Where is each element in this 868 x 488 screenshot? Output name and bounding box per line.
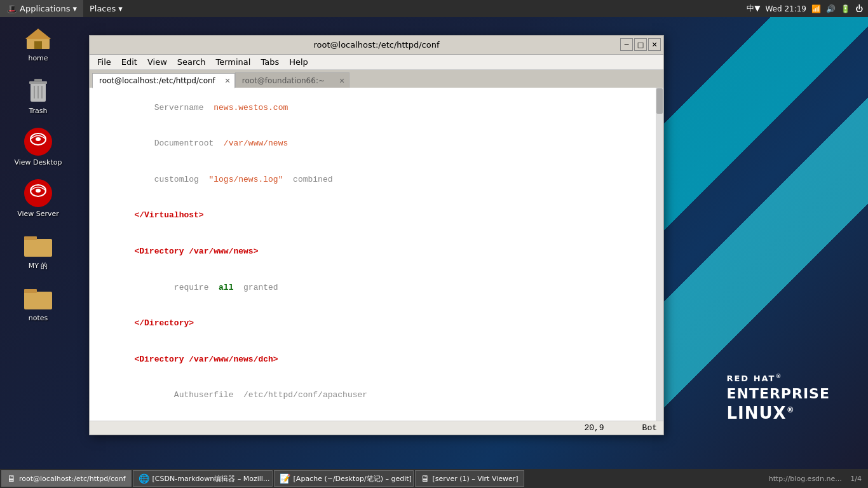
desktop-icon-view-server[interactable]: View Server — [13, 178, 64, 218]
svg-point-14 — [36, 189, 41, 193]
term-line-4: </Virtualhost> — [95, 198, 658, 234]
trash-icon — [23, 75, 53, 105]
home-icon — [23, 22, 53, 53]
tab-active-close[interactable]: ✕ — [225, 77, 231, 85]
editor-mode: Bot — [642, 423, 657, 433]
term-line-9: Authuserfile /etc/httpd/conf/apachuser — [95, 377, 658, 414]
desktop-icon-notes[interactable]: notes — [13, 282, 64, 322]
taskbar: 🖥 root@localhost:/etc/httpd/conf 🌐 [CSDN… — [0, 469, 868, 488]
desktop-icon-my[interactable]: MY 的 — [13, 229, 64, 271]
trash-label: Trash — [29, 107, 47, 115]
terminal-window: root@localhost:/etc/httpd/conf ─ □ ✕ Fil… — [89, 35, 664, 435]
view-desktop-icon — [23, 126, 53, 157]
applications-label: Applications — [20, 4, 70, 13]
taskbar-viewer-icon: 🖥 — [421, 473, 430, 484]
term-line-8: <Directory /var/www/news/dch> — [95, 342, 658, 378]
taskbar-editor-label: [Apache (~/Desktop/笔记) – gedit] — [294, 474, 412, 484]
view-server-label: View Server — [17, 210, 59, 218]
taskbar-page: 1/4 — [850, 475, 862, 483]
term-line-2: Documentroot /var/www/news — [95, 126, 658, 163]
desktop-icon-view-desktop[interactable]: View Desktop — [13, 126, 64, 166]
tab-inactive-label: root@foundation66:~ — [242, 76, 325, 85]
taskbar-browser-icon: 🌐 — [139, 473, 149, 484]
term-line-1: Servername news.westos.com — [95, 90, 658, 126]
taskbar-item-viewer[interactable]: 🖥 [server (1) – Virt Viewer] — [415, 470, 524, 487]
scroll-thumb[interactable] — [656, 88, 663, 114]
tabs-bar: root@localhost:/etc/httpd/conf ✕ root@fo… — [90, 70, 663, 88]
term-line-6: require all granted — [95, 270, 658, 306]
menu-search[interactable]: Search — [172, 56, 211, 68]
svg-rect-16 — [24, 236, 37, 240]
volume-icon: 🔊 — [826, 4, 836, 13]
menu-file[interactable]: File — [92, 56, 116, 68]
top-panel: 🎩 Applications ▾ Places ▾ 中▼ Wed 21:19 📶… — [0, 0, 868, 17]
battery-icon: 🔋 — [841, 4, 850, 13]
notes-label: notes — [29, 314, 48, 322]
menu-tabs[interactable]: Tabs — [255, 56, 284, 68]
tab-active[interactable]: root@localhost:/etc/httpd/conf ✕ — [92, 73, 235, 88]
power-icon[interactable]: ⏻ — [855, 4, 863, 13]
terminal-content[interactable]: Servername news.westos.com Documentroot … — [90, 88, 663, 421]
minimize-button[interactable]: ─ — [620, 38, 633, 51]
places-arrow: ▾ — [118, 4, 123, 13]
menu-edit[interactable]: Edit — [116, 56, 142, 68]
menu-view[interactable]: View — [142, 56, 172, 68]
desktop: 🎩 Applications ▾ Places ▾ 中▼ Wed 21:19 📶… — [0, 0, 868, 488]
redhat-branding: RED HAT® ENTERPRISE LINUX® — [726, 373, 830, 424]
desktop-icons: home Trash — [13, 22, 64, 322]
maximize-button[interactable]: □ — [634, 38, 647, 51]
term-line-5: <Directory /var/www/news> — [95, 234, 658, 270]
svg-rect-15 — [24, 239, 52, 257]
applications-arrow: ▾ — [72, 4, 77, 13]
places-menu[interactable]: Places ▾ — [83, 0, 129, 17]
view-server-icon — [23, 178, 53, 208]
my-folder-icon — [23, 229, 53, 260]
menu-terminal[interactable]: Terminal — [210, 56, 255, 68]
taskbar-viewer-label: [server (1) – Virt Viewer] — [433, 475, 519, 483]
view-desktop-label: View Desktop — [15, 158, 62, 166]
notes-folder-icon — [23, 282, 53, 313]
tab-active-label: root@localhost:/etc/httpd/conf — [99, 76, 215, 85]
term-line-10: Authname "Please enter the passwd" — [95, 414, 658, 421]
taskbar-browser-label: [CSDN-markdown编辑器 – Mozill... — [153, 474, 270, 484]
window-title: root@localhost:/etc/httpd/conf — [313, 40, 439, 50]
taskbar-terminal-icon: 🖥 — [7, 473, 16, 484]
terminal-titlebar: root@localhost:/etc/httpd/conf ─ □ ✕ — [90, 36, 663, 55]
scrollbar[interactable] — [656, 88, 663, 421]
svg-marker-1 — [25, 29, 51, 39]
places-label: Places — [90, 4, 116, 13]
taskbar-item-terminal[interactable]: 🖥 root@localhost:/etc/httpd/conf — [1, 470, 132, 487]
desktop-icon-home[interactable]: home — [13, 22, 64, 62]
taskbar-url: http://blog.esdn.ne... — [769, 475, 842, 483]
term-line-3: customlog "logs/news.log" combined — [95, 162, 658, 198]
taskbar-item-editor[interactable]: 📝 [Apache (~/Desktop/笔记) – gedit] — [274, 470, 414, 487]
svg-point-11 — [36, 137, 41, 141]
tab-inactive[interactable]: root@foundation66:~ ✕ — [235, 72, 349, 88]
my-label: MY 的 — [29, 261, 48, 271]
desktop-icon-trash[interactable]: Trash — [13, 75, 64, 115]
applications-menu[interactable]: 🎩 Applications ▾ — [0, 0, 83, 17]
svg-rect-5 — [34, 79, 42, 82]
window-controls: ─ □ ✕ — [620, 38, 661, 51]
svg-rect-17 — [24, 292, 52, 309]
menu-help[interactable]: Help — [284, 56, 313, 68]
svg-rect-18 — [24, 289, 37, 293]
lang-selector[interactable]: 中▼ — [747, 3, 760, 14]
home-label: home — [28, 54, 48, 62]
term-line-7: </Directory> — [95, 306, 658, 342]
taskbar-terminal-label: root@localhost:/etc/httpd/conf — [19, 475, 126, 483]
close-button[interactable]: ✕ — [648, 38, 661, 51]
taskbar-item-browser[interactable]: 🌐 [CSDN-markdown编辑器 – Mozill... — [133, 470, 273, 487]
tab-inactive-close[interactable]: ✕ — [339, 76, 345, 85]
menu-bar: File Edit View Search Terminal Tabs Help — [90, 55, 663, 70]
cursor-position: 20,9 — [584, 423, 604, 433]
datetime-display: Wed 21:19 — [765, 4, 806, 13]
svg-rect-2 — [34, 41, 42, 49]
wifi-icon: 📶 — [811, 4, 821, 13]
taskbar-editor-icon: 📝 — [280, 473, 290, 484]
status-bar: 20,9 Bot — [90, 421, 663, 435]
taskbar-right: http://blog.esdn.ne... 1/4 — [769, 475, 867, 483]
